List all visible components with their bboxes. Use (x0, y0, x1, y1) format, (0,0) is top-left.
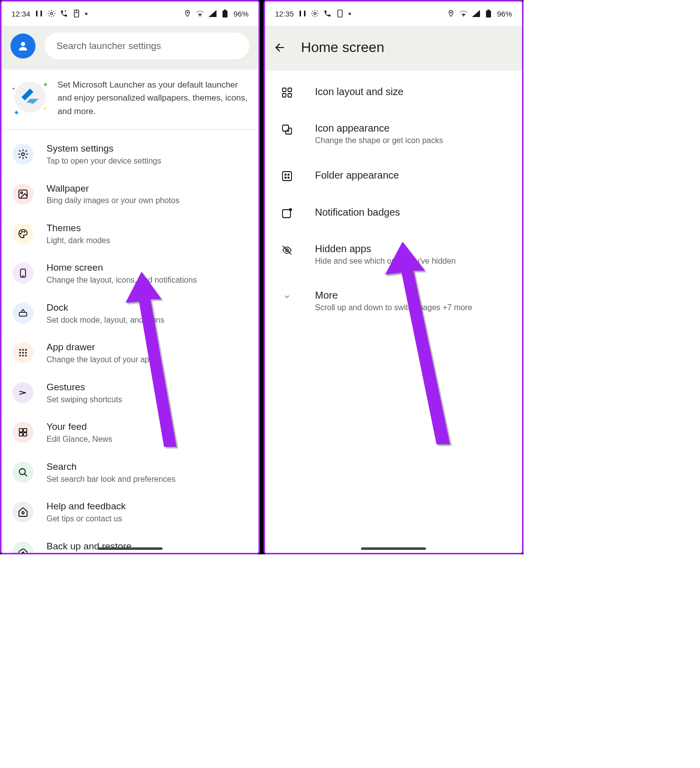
svg-rect-43 (288, 94, 292, 97)
row-title: Your feed (46, 421, 248, 433)
svg-rect-39 (488, 10, 490, 11)
svg-point-8 (22, 153, 24, 156)
svg-point-24 (22, 355, 24, 357)
row-subtitle: Set swiping shortcuts (46, 395, 248, 405)
cloud-icon (12, 541, 34, 554)
gear-icon (12, 144, 34, 165)
back-button[interactable] (274, 42, 286, 54)
row-subtitle: Bing daily images or your own photos (46, 196, 248, 206)
homescreen-row-more[interactable]: MoreScroll up and down to switch pages +… (265, 278, 522, 324)
row-subtitle: Edit Glance, News (46, 434, 248, 445)
row-title: Notification badges (315, 206, 510, 219)
svg-point-25 (25, 355, 26, 357)
svg-rect-48 (284, 177, 286, 179)
row-subtitle: Change the layout, icons, and notificati… (46, 275, 248, 286)
svg-rect-45 (282, 172, 292, 181)
svg-rect-5 (222, 11, 228, 18)
location-icon (184, 10, 192, 18)
signal-icon (472, 10, 480, 18)
row-subtitle: Change the layout of your apps (46, 355, 248, 365)
svg-rect-46 (284, 174, 286, 176)
homescreen-row-hidden-apps[interactable]: Hidden appsHide and see which ones you'v… (265, 231, 522, 278)
svg-point-22 (25, 352, 26, 354)
settings-row-search[interactable]: SearchSet search bar look and preference… (2, 453, 258, 492)
page-header: Home screen (265, 26, 522, 71)
row-title: Back up and restore (46, 540, 248, 553)
tab-icon (35, 10, 43, 18)
notification-dot-icon (85, 13, 88, 15)
launcher-logo-icon (12, 79, 48, 116)
wifi-icon (196, 10, 204, 18)
statusbar: 12:34 96% (2, 2, 258, 26)
svg-point-51 (289, 208, 292, 211)
svg-rect-34 (301, 10, 304, 17)
swipe-icon (12, 382, 34, 403)
homescreen-row-icon-layout-and-size[interactable]: Icon layout and size (265, 74, 522, 111)
row-subtitle: Get tips or contact us (46, 514, 248, 524)
homescreen-row-notification-badges[interactable]: Notification badges (265, 194, 522, 231)
settings-row-help-and-feedback[interactable]: Help and feedbackGet tips or contact us (2, 492, 258, 532)
svg-point-18 (22, 349, 24, 351)
row-subtitle: Light, dark modes (46, 236, 248, 246)
svg-rect-38 (486, 11, 491, 18)
settings-row-your-feed[interactable]: Your feedEdit Glance, News (2, 413, 258, 452)
search-icon (12, 462, 34, 483)
settings-row-app-drawer[interactable]: App drawerChange the layout of your apps (2, 333, 258, 373)
notification-dot-icon (348, 13, 351, 15)
row-subtitle: Change the shape or get icon packs (315, 136, 510, 146)
svg-point-12 (22, 231, 22, 232)
settings-row-system-settings[interactable]: System settingsTap to open your device s… (2, 135, 258, 174)
help-icon (12, 501, 34, 522)
settings-row-dock[interactable]: DockSet dock mode, layout, and icons (2, 294, 258, 333)
settings-row-back-up-and-restore[interactable]: Back up and restoreSave or bring back yo… (2, 532, 258, 554)
page-title: Home screen (301, 40, 384, 56)
promo-banner[interactable]: Set Microsoft Launcher as your default l… (2, 70, 258, 130)
settings-row-themes[interactable]: ThemesLight, dark modes (2, 214, 258, 254)
folder-icon (280, 169, 294, 183)
tab-icon (298, 10, 306, 18)
row-title: Hidden apps (315, 242, 510, 255)
promo-text: Set Microsoft Launcher as your default l… (58, 79, 248, 118)
battery-percent: 96% (234, 10, 248, 18)
svg-rect-40 (282, 88, 286, 92)
homescreen-row-folder-appearance[interactable]: Folder appearance (265, 157, 522, 194)
row-subtitle: Save or bring back your old settings (46, 554, 248, 554)
homescreen-list: Icon layout and sizeIcon appearanceChang… (265, 71, 522, 542)
phone-left: 12:34 96% Search launcher settings (0, 0, 260, 554)
statusbar-time: 12:35 (275, 10, 294, 18)
settings-header: Search launcher settings (2, 26, 258, 70)
row-title: Icon layout and size (315, 85, 510, 98)
row-title: Help and feedback (46, 500, 248, 513)
settings-row-wallpaper[interactable]: WallpaperBing daily images or your own p… (2, 175, 258, 214)
battery-icon (221, 10, 229, 18)
battery-percent: 96% (497, 10, 512, 18)
avatar[interactable] (10, 34, 36, 59)
row-title: Icon appearance (315, 122, 510, 135)
settings-row-gestures[interactable]: GesturesSet swiping shortcuts (2, 373, 258, 413)
row-title: Folder appearance (315, 169, 510, 182)
svg-point-11 (20, 233, 22, 234)
svg-rect-27 (24, 429, 27, 432)
search-input[interactable]: Search launcher settings (44, 33, 250, 60)
row-title: Gestures (46, 381, 248, 394)
svg-rect-41 (288, 88, 292, 92)
layout-icon (280, 86, 294, 100)
svg-point-37 (450, 12, 452, 13)
homescreen-row-icon-appearance[interactable]: Icon appearanceChange the shape or get i… (265, 111, 522, 157)
svg-rect-1 (38, 10, 40, 17)
svg-rect-29 (24, 433, 27, 436)
svg-rect-16 (20, 312, 27, 316)
home-indicator (98, 547, 162, 550)
settings-row-home-screen[interactable]: Home screenChange the layout, icons, and… (2, 254, 258, 293)
row-title: App drawer (46, 341, 248, 354)
row-title: System settings (46, 143, 248, 155)
person-icon (17, 40, 29, 52)
row-subtitle: Set search bar look and preferences (46, 474, 248, 485)
svg-rect-36 (338, 10, 342, 17)
row-subtitle: Set dock mode, layout, and icons (46, 315, 248, 326)
svg-point-21 (22, 352, 24, 354)
statusbar-time: 12:34 (12, 10, 30, 18)
feed-icon (12, 422, 34, 443)
svg-point-35 (314, 13, 316, 15)
phone-missed-icon (324, 10, 332, 18)
